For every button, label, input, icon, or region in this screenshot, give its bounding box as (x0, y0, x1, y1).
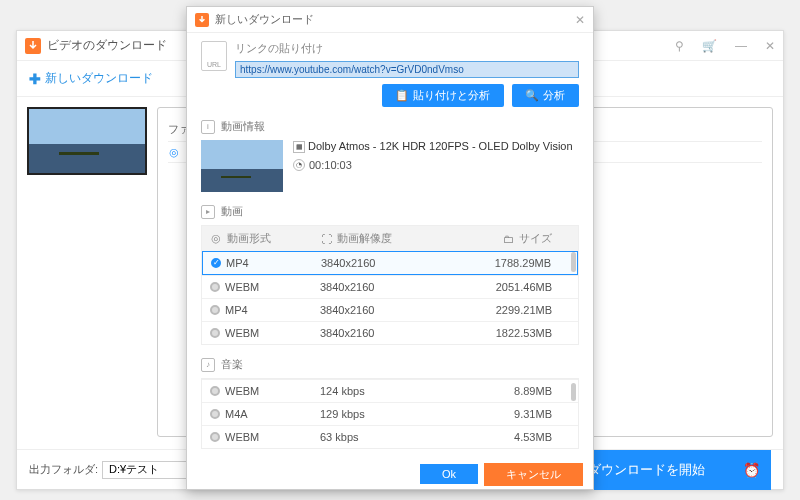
minimize-button[interactable]: — (735, 39, 747, 53)
app-logo-icon (25, 38, 41, 54)
video-thumbnail[interactable] (27, 107, 147, 175)
video-scrollbar[interactable] (571, 252, 576, 272)
row-format: WEBM (225, 385, 259, 397)
new-download-dialog: 新しいダウンロード ✕ URL リンクの貼り付け 📋 貼り付けと分析 🔍 分析 (186, 6, 594, 490)
row-format: WEBM (225, 281, 259, 293)
col-res: 動画解像度 (337, 231, 392, 246)
col-size: サイズ (519, 231, 552, 246)
section-video-info: i動画情報 ▦ Dolby Atmos - 12K HDR 120FPS - O… (201, 119, 579, 192)
paste-analyze-label: 貼り付けと分析 (413, 88, 490, 103)
audio-format-table: WEBM 124 kbps 8.89MB M4A 129 kbps 9.31MB… (201, 378, 579, 449)
dialog-body: URL リンクの貼り付け 📋 貼り付けと分析 🔍 分析 i動画情報 (187, 33, 593, 459)
row-size: 2051.46MB (496, 281, 552, 293)
radio-icon (210, 282, 220, 292)
size-col-icon: 🗀 (502, 233, 514, 245)
toolbar-key-icon[interactable]: ⚲ (675, 39, 684, 53)
analyze-label: 分析 (543, 88, 565, 103)
radio-icon (210, 328, 220, 338)
thumbnail-list (17, 97, 157, 437)
video-title-text: Dolby Atmos - 12K HDR 120FPS - OLED Dolb… (308, 140, 573, 152)
paste-label: リンクの貼り付け (235, 41, 579, 56)
radio-icon (210, 386, 220, 396)
row-size: 2299.21MB (496, 304, 552, 316)
url-input[interactable] (235, 61, 579, 78)
row-size: 1788.29MB (495, 257, 551, 269)
video-format-table: ◎動画形式 ⛶動画解像度 🗀サイズ MP4 3840x2160 1788.29M… (201, 225, 579, 345)
row-res: 3840x2160 (321, 257, 375, 269)
section-info-label: 動画情報 (221, 119, 265, 134)
res-col-icon: ⛶ (320, 233, 332, 245)
start-download-label: ダウンロードを開始 (588, 461, 705, 479)
dialog-close-button[interactable]: ✕ (575, 13, 585, 27)
row-size: 4.53MB (514, 431, 552, 443)
table-row[interactable]: M4A 129 kbps 9.31MB (202, 402, 578, 425)
clock-icon: ◔ (293, 159, 305, 171)
music-icon: ♪ (201, 358, 215, 372)
format-icon: ◎ (168, 146, 180, 158)
row-format: WEBM (225, 327, 259, 339)
output-folder-label: 出力フォルダ: (29, 462, 98, 477)
film-icon: ▦ (293, 141, 305, 153)
row-size: 8.89MB (514, 385, 552, 397)
row-res: 3840x2160 (320, 281, 374, 293)
section-video: ▸動画 ◎動画形式 ⛶動画解像度 🗀サイズ MP4 3840x2160 1788… (201, 204, 579, 345)
row-res: 129 kbps (320, 408, 365, 420)
search-icon: 🔍 (526, 90, 538, 102)
row-size: 1822.53MB (496, 327, 552, 339)
cancel-button[interactable]: キャンセル (484, 463, 583, 486)
radio-icon (211, 258, 221, 268)
row-size: 9.31MB (514, 408, 552, 420)
table-header: ◎動画形式 ⛶動画解像度 🗀サイズ (202, 226, 578, 251)
ok-button[interactable]: Ok (420, 464, 478, 484)
schedule-button[interactable]: ⏰ (731, 450, 771, 490)
close-button[interactable]: ✕ (765, 39, 775, 53)
row-res: 3840x2160 (320, 327, 374, 339)
video-icon: ▸ (201, 205, 215, 219)
duration-text: 00:10:03 (309, 159, 352, 171)
info-icon: i (201, 120, 215, 134)
main-title-text: ビデオのダウンロード (47, 37, 167, 54)
row-format: WEBM (225, 431, 259, 443)
output-folder-input[interactable] (102, 461, 192, 479)
dialog-title-text: 新しいダウンロード (215, 12, 314, 27)
audio-scrollbar[interactable] (571, 383, 576, 401)
table-row[interactable]: WEBM 124 kbps 8.89MB (202, 379, 578, 402)
table-row[interactable]: MP4 3840x2160 1788.29MB (202, 251, 578, 275)
dialog-logo-icon (195, 13, 209, 27)
col-format: 動画形式 (227, 231, 271, 246)
section-audio-label: 音楽 (221, 357, 243, 372)
plus-icon: ✚ (29, 71, 41, 87)
row-res: 124 kbps (320, 385, 365, 397)
dialog-footer: Ok キャンセル (187, 459, 593, 489)
analyze-button[interactable]: 🔍 分析 (512, 84, 579, 107)
table-row[interactable]: WEBM 3840x2160 2051.46MB (202, 275, 578, 298)
table-row[interactable]: MP4 3840x2160 2299.21MB (202, 298, 578, 321)
radio-icon (210, 432, 220, 442)
dialog-titlebar: 新しいダウンロード ✕ (187, 7, 593, 33)
new-download-label: 新しいダウンロード (45, 70, 153, 87)
row-res: 63 kbps (320, 431, 359, 443)
radio-icon (210, 409, 220, 419)
row-format: M4A (225, 408, 248, 420)
new-download-button[interactable]: ✚ 新しいダウンロード (29, 70, 153, 87)
radio-icon (210, 305, 220, 315)
row-format: MP4 (226, 257, 249, 269)
format-col-icon: ◎ (210, 233, 222, 245)
paste-icon: 📋 (396, 90, 408, 102)
toolbar-cart-icon[interactable]: 🛒 (702, 39, 717, 53)
section-audio: ♪音楽 WEBM 124 kbps 8.89MB M4A 129 kbps 9.… (201, 357, 579, 449)
row-res: 3840x2160 (320, 304, 374, 316)
table-row[interactable]: WEBM 3840x2160 1822.53MB (202, 321, 578, 344)
row-format: MP4 (225, 304, 248, 316)
table-row[interactable]: WEBM 63 kbps 4.53MB (202, 425, 578, 448)
section-video-label: 動画 (221, 204, 243, 219)
url-icon: URL (201, 41, 227, 71)
info-thumbnail (201, 140, 283, 192)
clock-icon: ⏰ (743, 462, 760, 478)
paste-analyze-button[interactable]: 📋 貼り付けと分析 (382, 84, 504, 107)
